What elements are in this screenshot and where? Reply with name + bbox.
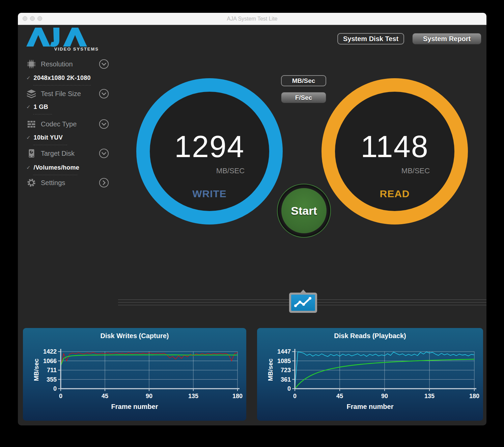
system-report-label: System Report xyxy=(423,35,471,43)
sidebar-item-resolution[interactable]: Resolution xyxy=(26,58,109,70)
svg-text:355: 355 xyxy=(47,376,57,383)
gear-icon xyxy=(26,178,36,188)
svg-text:1447: 1447 xyxy=(277,348,291,355)
svg-text:135: 135 xyxy=(188,393,198,399)
test-file-size-value[interactable]: ✓ 1 GB xyxy=(26,103,48,111)
mbsec-label: MB/Sec xyxy=(292,77,315,85)
svg-text:361: 361 xyxy=(281,376,291,383)
svg-text:1085: 1085 xyxy=(277,358,291,364)
line-chart-icon xyxy=(291,295,315,311)
start-button-label: Start xyxy=(291,204,317,217)
write-speed-value: 1294 xyxy=(150,129,269,164)
sidebar-item-codec-type[interactable]: Codec Type xyxy=(26,118,109,130)
svg-text:1066: 1066 xyxy=(43,358,57,364)
read-speed-value: 1148 xyxy=(335,129,454,164)
svg-text:45: 45 xyxy=(102,393,108,399)
disk-reads-x-axis-label: Frame number xyxy=(257,403,483,411)
settings-label: Settings xyxy=(41,179,65,187)
system-disk-test-label: System Disk Test xyxy=(343,35,398,43)
app-window: AJA System Test Lite VIDEO SYSTEMS Syste… xyxy=(18,13,486,425)
check-icon: ✓ xyxy=(26,75,31,81)
resolution-label: Resolution xyxy=(41,60,73,68)
chevron-down-icon[interactable] xyxy=(99,59,109,69)
aja-logo: VIDEO SYSTEMS xyxy=(25,27,106,52)
read-gauge-label: READ xyxy=(335,188,454,200)
codec-grid-icon xyxy=(26,119,36,129)
chevron-right-icon[interactable] xyxy=(99,178,109,188)
mbsec-toggle-button[interactable]: MB/Sec xyxy=(281,75,326,86)
svg-text:0: 0 xyxy=(59,393,62,399)
chevron-down-icon[interactable] xyxy=(99,89,109,99)
target-disk-label: Target Disk xyxy=(41,150,75,157)
logo-tagline: VIDEO SYSTEMS xyxy=(25,47,99,52)
divider xyxy=(33,85,91,86)
chevron-down-icon[interactable] xyxy=(99,148,109,158)
disk-reads-chart-panel: Disk Reads (Playback) MB/sec 03617231085… xyxy=(257,328,483,421)
test-file-size-label: Test File Size xyxy=(41,90,81,98)
svg-text:1422: 1422 xyxy=(43,348,57,355)
divider xyxy=(33,175,77,175)
codec-type-label: Codec Type xyxy=(41,120,77,128)
target-disk-value[interactable]: ✓ /Volumes/home xyxy=(26,163,79,172)
codec-type-value[interactable]: ✓ 10bit YUV xyxy=(26,133,63,142)
sidebar-item-target-disk[interactable]: Target Disk xyxy=(26,148,109,159)
hard-disk-icon xyxy=(26,148,36,158)
chart-panel-toggle-button[interactable] xyxy=(289,293,317,313)
titlebar: AJA System Test Lite xyxy=(18,13,486,25)
layers-icon xyxy=(26,89,36,99)
fsec-label: F/Sec xyxy=(295,94,312,101)
write-gauge-label: WRITE xyxy=(150,188,269,200)
system-disk-test-button[interactable]: System Disk Test xyxy=(337,33,404,44)
sidebar-item-settings[interactable]: Settings xyxy=(26,177,109,188)
svg-text:723: 723 xyxy=(281,367,291,374)
svg-text:0: 0 xyxy=(53,385,57,392)
divider xyxy=(33,145,67,145)
svg-text:0: 0 xyxy=(293,393,297,399)
write-speed-unit: MB/SEC xyxy=(216,167,245,175)
divider xyxy=(33,114,52,115)
svg-text:0: 0 xyxy=(287,385,291,392)
start-button[interactable]: Start xyxy=(277,184,331,238)
check-icon: ✓ xyxy=(26,104,31,110)
system-report-button[interactable]: System Report xyxy=(412,33,481,44)
resolution-value[interactable]: ✓ 2048x1080 2K-1080 xyxy=(26,74,91,82)
disk-writes-x-axis-label: Frame number xyxy=(23,403,246,411)
svg-text:45: 45 xyxy=(336,393,343,399)
svg-text:711: 711 xyxy=(47,367,57,374)
read-speed-unit: MB/SEC xyxy=(401,167,430,175)
disk-writes-chart-panel: Disk Writes (Capture) MB/sec 03557111066… xyxy=(23,328,246,421)
sidebar-item-test-file-size[interactable]: Test File Size xyxy=(26,88,109,99)
write-gauge: 1294 MB/SEC WRITE xyxy=(136,78,283,225)
fsec-toggle-button[interactable]: F/Sec xyxy=(281,92,326,103)
aja-logo-mark xyxy=(25,27,99,48)
check-icon: ✓ xyxy=(26,165,31,171)
check-icon: ✓ xyxy=(26,135,31,141)
svg-text:135: 135 xyxy=(424,393,435,399)
svg-text:90: 90 xyxy=(381,393,388,399)
window-title: AJA System Test Lite xyxy=(18,13,486,25)
chip-icon xyxy=(26,59,36,69)
svg-text:180: 180 xyxy=(469,393,479,399)
read-gauge: 1148 MB/SEC READ xyxy=(321,78,468,225)
svg-text:180: 180 xyxy=(232,393,243,399)
chevron-down-icon[interactable] xyxy=(99,119,109,129)
svg-text:90: 90 xyxy=(146,393,152,399)
